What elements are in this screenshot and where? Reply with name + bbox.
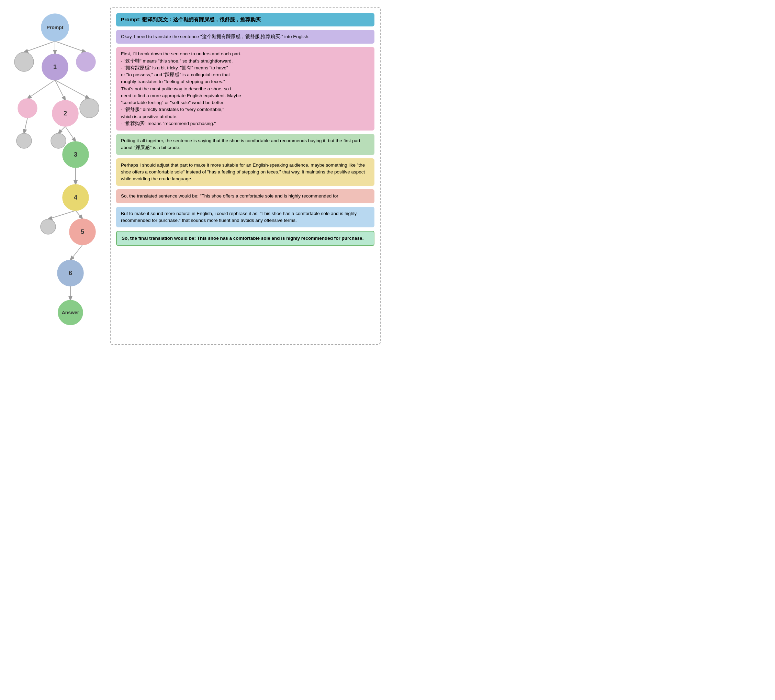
svg-point-20 [76, 52, 95, 71]
svg-point-26 [51, 133, 66, 148]
svg-text:5: 5 [81, 228, 84, 235]
svg-point-21 [18, 98, 37, 118]
svg-line-6 [55, 80, 89, 98]
svg-line-9 [65, 126, 76, 141]
thought-box-6: But to make it sound more natural in Eng… [116, 207, 374, 228]
prompt-header: Prompt: 翻译到英文：这个鞋拥有踩屎感，很舒服，推荐购买 [116, 13, 374, 27]
svg-line-3 [55, 41, 86, 52]
thought-box-4: Perhaps I should adjust that part to mak… [116, 158, 374, 186]
svg-line-4 [27, 80, 55, 98]
svg-point-24 [80, 98, 99, 118]
svg-text:3: 3 [74, 151, 77, 158]
thought-box-2: First, I'll break down the sentence to u… [116, 47, 374, 131]
thought-box-7: So, the final translation would be: This… [116, 231, 374, 246]
svg-point-25 [17, 133, 32, 148]
thought-box-3: Putting it all together, the sentence is… [116, 134, 374, 155]
svg-text:1: 1 [53, 63, 57, 70]
tree-panel: Prompt123456Answer [7, 7, 103, 345]
svg-text:Answer: Answer [62, 310, 79, 315]
thought-box-1: Okay, I need to translate the sentence "… [116, 30, 374, 43]
thought-box-5: So, the translated sentence would be: "T… [116, 189, 374, 203]
svg-line-7 [24, 118, 27, 133]
svg-point-31 [40, 219, 56, 234]
right-panel: Prompt: 翻译到英文：这个鞋拥有踩屎感，很舒服，推荐购买 Okay, I … [110, 7, 381, 345]
svg-text:2: 2 [63, 110, 67, 117]
svg-line-12 [76, 211, 82, 219]
svg-line-11 [48, 211, 76, 219]
tree-svg: Prompt123456Answer [7, 7, 103, 344]
svg-line-1 [24, 41, 55, 52]
svg-text:6: 6 [69, 269, 72, 276]
svg-text:4: 4 [74, 194, 77, 201]
svg-point-17 [15, 52, 34, 71]
svg-line-13 [70, 245, 82, 260]
svg-text:Prompt: Prompt [47, 25, 63, 30]
final-translation-text: So, the final translation would be: This… [121, 235, 369, 242]
svg-line-8 [58, 126, 65, 133]
